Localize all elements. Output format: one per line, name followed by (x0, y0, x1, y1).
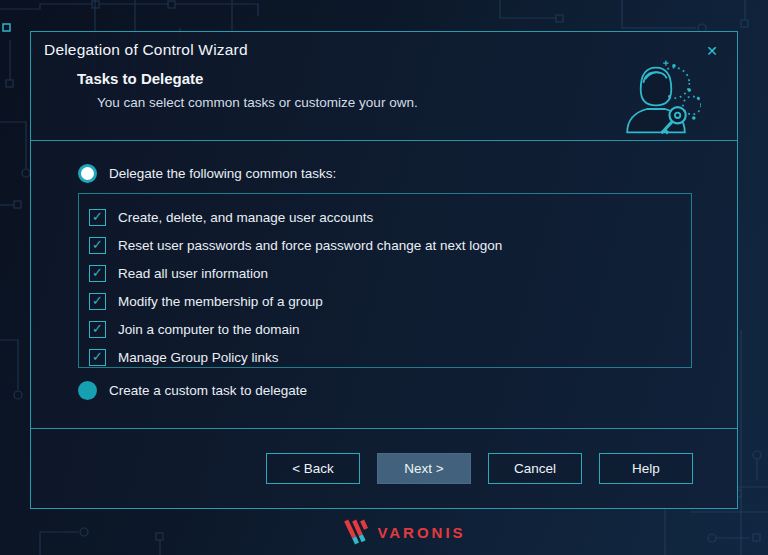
back-button[interactable]: < Back (266, 453, 360, 484)
varonis-mark-icon (340, 519, 370, 545)
dialog-header: Delegation of Control Wizard ✕ Tasks to … (31, 32, 737, 141)
delegation-wizard-dialog: Delegation of Control Wizard ✕ Tasks to … (30, 31, 738, 509)
task-row[interactable]: ✓ Create, delete, and manage user accoun… (89, 203, 691, 231)
varonis-wordmark: VARONIS (377, 524, 465, 541)
checkbox-checked-icon[interactable]: ✓ (89, 209, 106, 226)
step-subtitle: You can select common tasks or customize… (97, 95, 418, 110)
radio-common-tasks-label: Delegate the following common tasks: (109, 166, 336, 181)
step-heading-block: Tasks to Delegate You can select common … (77, 70, 418, 110)
checkbox-checked-icon[interactable]: ✓ (89, 321, 106, 338)
varonis-logo: VARONIS (19, 519, 768, 545)
task-row[interactable]: ✓ Read all user information (89, 259, 691, 287)
cancel-button[interactable]: Cancel (488, 453, 582, 484)
task-row[interactable]: ✓ Manage Group Policy links (89, 343, 691, 371)
task-label: Read all user information (118, 266, 268, 281)
dialog-body: Delegate the following common tasks: ✓ C… (31, 141, 737, 428)
checkbox-checked-icon[interactable]: ✓ (89, 265, 106, 282)
checkbox-checked-icon[interactable]: ✓ (89, 237, 106, 254)
task-label: Join a computer to the domain (118, 322, 300, 337)
radio-custom-task-label: Create a custom task to delegate (109, 383, 307, 398)
user-key-icon (611, 56, 701, 144)
task-row[interactable]: ✓ Join a computer to the domain (89, 315, 691, 343)
help-button[interactable]: Help (599, 453, 693, 484)
radio-selected-icon[interactable] (78, 164, 97, 183)
task-label: Create, delete, and manage user accounts (118, 210, 373, 225)
task-row[interactable]: ✓ Reset user passwords and force passwor… (89, 231, 691, 259)
step-title: Tasks to Delegate (77, 70, 418, 87)
next-button[interactable]: Next > (377, 453, 471, 484)
checkbox-checked-icon[interactable]: ✓ (89, 293, 106, 310)
radio-custom-task[interactable]: Create a custom task to delegate (78, 381, 693, 400)
task-label: Modify the membership of a group (118, 294, 323, 309)
task-label: Reset user passwords and force password … (118, 238, 502, 253)
dialog-title: Delegation of Control Wizard (44, 41, 248, 59)
dialog-footer: < Back Next > Cancel Help (31, 428, 737, 508)
radio-unselected-icon[interactable] (78, 381, 97, 400)
desktop-background: Delegation of Control Wizard ✕ Tasks to … (0, 0, 768, 555)
checkbox-checked-icon[interactable]: ✓ (89, 349, 106, 366)
close-icon[interactable]: ✕ (699, 38, 725, 64)
task-label: Manage Group Policy links (118, 350, 279, 365)
task-row[interactable]: ✓ Modify the membership of a group (89, 287, 691, 315)
radio-common-tasks[interactable]: Delegate the following common tasks: (78, 164, 693, 183)
task-list-box: ✓ Create, delete, and manage user accoun… (78, 193, 692, 368)
